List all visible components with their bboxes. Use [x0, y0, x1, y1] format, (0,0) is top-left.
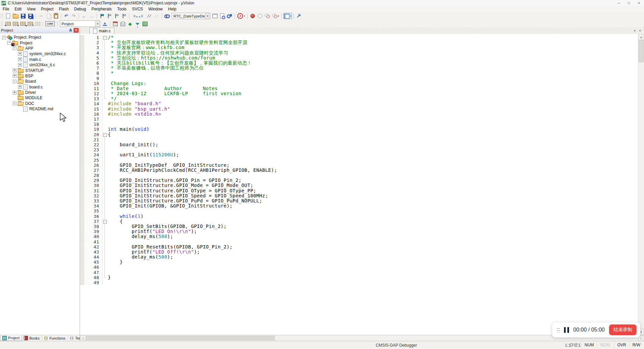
code-line[interactable]: 28 — [80, 173, 638, 178]
workspace-tab-project[interactable]: Project — [0, 335, 22, 341]
stop-recording-button[interactable]: 结束录制 — [609, 324, 637, 335]
insert-remove-breakpoint[interactable] — [249, 13, 256, 19]
fold-collapse-icon[interactable]: - — [103, 36, 107, 40]
workspace-tab-books[interactable]: Books — [22, 335, 42, 341]
code-line[interactable]: 26 GPIO_InitTypeDef GPIO_InitStructure; — [80, 163, 638, 168]
bookmark-clear-all[interactable] — [121, 13, 127, 19]
menu-flash[interactable]: Flash — [56, 6, 71, 12]
code-line[interactable]: 35 — [80, 208, 638, 214]
close-button[interactable]: × — [634, 0, 644, 6]
pin-icon[interactable]: 𝚫 — [69, 28, 73, 32]
search-combo[interactable]: RTC_DateTypeDef▾ — [172, 13, 210, 19]
code-line[interactable]: 3 * 开发板官网：www.lckfb.com — [80, 45, 638, 50]
tree-item-readme-md[interactable]: +README.md — [0, 106, 80, 112]
code-line[interactable]: 27 RCC_AHB1PeriphClockCmd(RCC_AHB1Periph… — [80, 168, 638, 173]
code-line[interactable]: 20-{ — [80, 132, 638, 137]
options-for-target[interactable] — [102, 21, 108, 27]
stop-build[interactable] — [34, 21, 41, 27]
tree-item-main-c[interactable]: +main.c — [0, 57, 80, 62]
build[interactable] — [12, 21, 19, 27]
code-line[interactable]: 31 GPIO_InitStructure.GPIO_OType = GPIO_… — [80, 188, 638, 193]
tab-main-c[interactable]: main.c — [89, 28, 114, 34]
tree-expander[interactable]: + — [18, 63, 22, 67]
save-all[interactable] — [27, 13, 34, 19]
horizontal-scroll-thumb[interactable] — [86, 336, 275, 340]
drag-handle-icon[interactable] — [557, 327, 560, 333]
code-line[interactable]: 30 GPIO_InitStructure.GPIO_Mode = GPIO_M… — [80, 183, 638, 188]
window-layout[interactable]: ▾ — [283, 13, 292, 19]
navigate-back[interactable]: ← — [81, 13, 87, 19]
code-line[interactable]: 19int main(void) — [80, 127, 638, 132]
menu-tools[interactable]: Tools — [115, 6, 129, 12]
start-stop-debug-session[interactable]: d▾ — [237, 13, 246, 19]
code-line[interactable]: 22 board_init(); — [80, 142, 638, 147]
undo[interactable]: ↶ — [63, 13, 70, 19]
code-line[interactable]: 15#include "bsp_uart.h" — [80, 107, 638, 112]
tree-item-system-stm32f4xx-c[interactable]: +system_stm32f4xx.c — [0, 51, 80, 56]
copy[interactable] — [45, 13, 52, 19]
code-line[interactable]: 9 — [80, 76, 638, 81]
menu-view[interactable]: View — [24, 6, 38, 12]
tree-expander[interactable]: - — [13, 102, 16, 105]
save[interactable] — [20, 13, 27, 19]
code-line[interactable]: 40 delay_ms(500); — [80, 234, 638, 239]
file-extensions-books[interactable] — [119, 21, 126, 27]
code-line[interactable]: 37- { — [80, 219, 638, 224]
bookmark-toggle[interactable] — [98, 13, 105, 19]
download-to-flash[interactable]: LOAD — [45, 21, 55, 27]
code-line[interactable]: 33 GPIO_InitStructure.GPIO_PuPd = GPIO_P… — [80, 198, 638, 203]
code-line[interactable]: 48} — [80, 275, 638, 280]
code-line[interactable]: 10 Change Logs: — [80, 81, 638, 86]
menu-help[interactable]: Help — [165, 6, 179, 12]
tree-expander[interactable]: - — [2, 36, 6, 39]
navigate-forward[interactable]: → — [88, 13, 95, 19]
open-file[interactable] — [12, 13, 19, 19]
code-line[interactable]: 39 printf("LED On!\r\n"); — [80, 229, 638, 234]
code-line[interactable]: 44 delay_ms(500); — [80, 255, 638, 260]
code-line[interactable]: 41 — [80, 239, 638, 244]
tree-item-startup[interactable]: +STARTUP — [0, 68, 80, 73]
panel-close-button[interactable]: × — [74, 28, 79, 33]
menu-svcs[interactable]: SVCS — [129, 6, 146, 12]
menu-debug[interactable]: Debug — [72, 6, 89, 12]
workspace-tab-functions[interactable]: {}Functions — [42, 335, 68, 341]
code-line[interactable]: 49 — [80, 280, 638, 285]
scroll-up-arrow-icon[interactable]: ▴ — [638, 34, 644, 40]
tab-list-button[interactable]: ▾ — [632, 28, 637, 33]
code-line[interactable]: 2 * 立创开发板软硬件资料与相关扩展板软硬件资料官网全部开源 — [80, 40, 638, 45]
select-software-packs[interactable] — [134, 21, 141, 27]
enable-disable-breakpoint[interactable] — [257, 13, 264, 19]
code-line[interactable]: 29 GPIO_InitStructure.GPIO_Pin = GPIO_Pi… — [80, 178, 638, 183]
indent-right[interactable]: ≡ — [131, 13, 138, 19]
translate-file[interactable] — [5, 21, 11, 27]
tree-item-project-project[interactable]: -Project: Project — [0, 35, 80, 40]
code-line[interactable]: 11 * Date Author Notes — [80, 86, 638, 91]
rebuild-all[interactable] — [19, 21, 26, 27]
comment-selection[interactable]: // — [146, 13, 153, 19]
vertical-scrollbar[interactable]: ▴ ▾ — [638, 34, 644, 335]
code-line[interactable]: 8 * — [80, 71, 638, 76]
manage-project-items[interactable] — [112, 21, 119, 27]
code-editor[interactable]: 1-/*2 * 立创开发板软硬件资料与相关扩展板软硬件资料官网全部开源3 * 开… — [80, 34, 638, 335]
tree-expander[interactable]: - — [7, 41, 11, 45]
configure-tools[interactable] — [296, 13, 303, 19]
code-line[interactable]: 6 * 关注bilibili账号：【立创开发板】，掌握我们的最新动态！ — [80, 61, 638, 66]
code-line[interactable]: 18 — [80, 122, 638, 127]
new-file[interactable] — [5, 13, 11, 19]
uncomment-selection[interactable]: // — [153, 13, 160, 19]
code-line[interactable]: 36 while(1) — [80, 214, 638, 219]
code-line[interactable]: 1-/* — [80, 35, 638, 40]
code-line[interactable]: 14#include "board.h" — [80, 101, 638, 106]
code-line[interactable]: 46 — [80, 265, 638, 270]
menu-window[interactable]: Window — [146, 6, 165, 12]
maximize-button[interactable]: □ — [624, 0, 634, 6]
code-line[interactable]: 47 — [80, 270, 638, 275]
code-line[interactable]: 32 GPIO_InitStructure.GPIO_Speed = GPIO_… — [80, 193, 638, 198]
tree-item-stm32f4xx-it-c[interactable]: +stm32f4xx_it.c — [0, 62, 80, 68]
menu-project[interactable]: Project — [38, 6, 56, 12]
code-line[interactable]: 12 * 2024-03-12 LCKFB-LP first version — [80, 91, 638, 96]
target-combo[interactable]: Project▾ — [60, 21, 100, 27]
tree-expander[interactable]: + — [18, 57, 22, 61]
code-line[interactable]: 13 */ — [80, 96, 638, 101]
code-line[interactable]: 42 GPIO_ResetBits(GPIOB, GPIO_Pin_2); — [80, 244, 638, 249]
